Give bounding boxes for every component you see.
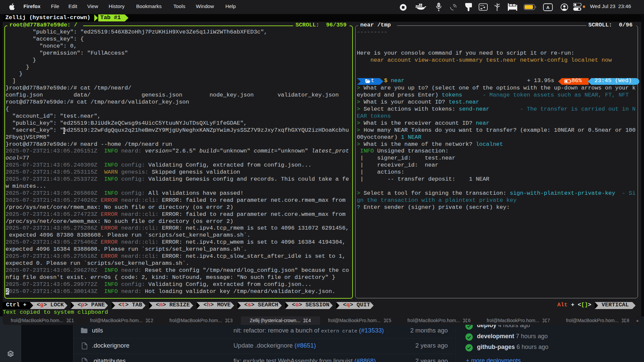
svg-text:A: A	[546, 5, 550, 10]
